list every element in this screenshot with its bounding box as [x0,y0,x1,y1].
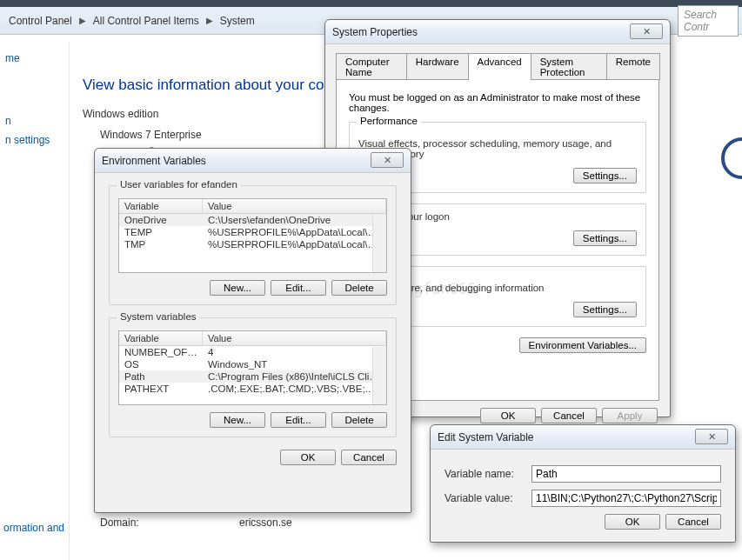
left-nav: me n n settings ormation and [0,42,70,560]
column-variable[interactable]: Variable [119,331,203,345]
variable-name-row: Variable name: [445,465,721,483]
system-variables-list[interactable]: Variable Value NUMBER_OF_P...4OSWindows_… [118,330,387,405]
system-variables-group: System variables Variable Value NUMBER_O… [109,317,397,437]
breadcrumb-item[interactable]: Control Panel [3,13,77,29]
cell-value: Windows_NT [203,359,386,370]
dialog-body: User variables for efanden Variable Valu… [95,173,411,477]
variable-value-input[interactable] [531,490,721,507]
variable-value-label: Variable value: [445,492,531,504]
cell-value: .COM;.EXE;.BAT;.CMD;.VBS;.VBE;.JS;.... [203,383,386,394]
nav-link[interactable]: ormation and [3,522,65,534]
user-edit-button[interactable]: Edit... [271,280,326,296]
ok-button[interactable]: OK [280,450,336,465]
tab-remote[interactable]: Remote [606,53,660,80]
user-variables-group: User variables for efanden Variable Valu… [109,185,397,305]
cancel-button[interactable]: Cancel [341,450,397,465]
column-value[interactable]: Value [203,199,386,213]
tab-computer-name[interactable]: Computer Name [336,53,407,80]
variable-name-input[interactable] [531,465,721,483]
nav-link[interactable]: n settings [3,130,65,150]
window-chrome [0,0,742,7]
tab-bar: Computer Name Hardware Advanced System P… [336,53,659,80]
titlebar[interactable]: Environment Variables ✕ [95,149,411,173]
close-icon[interactable]: ✕ [371,152,404,168]
cell-value: 4 [203,347,386,357]
close-icon[interactable]: ✕ [695,429,728,444]
cell-variable: OneDrive [119,215,203,225]
cell-variable: TMP [119,239,203,250]
chevron-right-icon: ▶ [206,16,213,25]
sys-new-button[interactable]: New... [210,412,265,428]
list-item[interactable]: PATHEXT.COM;.EXE;.BAT;.CMD;.VBS;.VBE;.JS… [119,383,386,395]
tab-advanced[interactable]: Advanced [468,53,531,80]
dialog-title: Edit System Variable [438,431,534,443]
search-input[interactable]: Search Contr [678,5,739,37]
titlebar[interactable]: System Properties ✕ [325,20,670,44]
close-icon[interactable]: ✕ [630,23,663,39]
environment-variables-dialog: Environment Variables ✕ User variables f… [94,148,411,513]
admin-note: You must be logged on as an Administrato… [349,92,646,113]
cell-value: C:\Users\efanden\OneDrive [203,215,386,225]
group-legend: Performance [357,116,421,126]
dialog-body: Variable name: Variable value: OK Cancel [431,450,735,538]
column-variable[interactable]: Variable [119,199,203,213]
list-item[interactable]: TEMP%USERPROFILE%\AppData\Local\Temp [119,226,386,238]
cell-variable: PATHEXT [119,383,203,394]
performance-settings-button[interactable]: Settings... [573,168,637,183]
user-delete-button[interactable]: Delete [331,280,387,296]
titlebar[interactable]: Edit System Variable ✕ [431,425,735,450]
value: ericsson.se [239,517,292,529]
breadcrumb-item[interactable]: All Control Panel Items [88,13,204,29]
tab-system-protection[interactable]: System Protection [531,53,607,80]
cell-value: %USERPROFILE%\AppData\Local\Temp [203,227,386,237]
nav-link[interactable]: n [3,111,65,130]
tab-hardware[interactable]: Hardware [406,53,469,80]
cell-variable: NUMBER_OF_P... [119,347,203,357]
dialog-title: System Properties [332,26,418,38]
cancel-button[interactable]: Cancel [665,514,721,530]
cell-value: %USERPROFILE%\AppData\Local\Temp [203,239,386,250]
ok-button[interactable]: OK [480,408,536,423]
list-item[interactable]: NUMBER_OF_P...4 [119,346,386,358]
list-item[interactable]: TMP%USERPROFILE%\AppData\Local\Temp [119,238,386,250]
breadcrumb-item[interactable]: System [215,13,260,29]
cell-value: C:\Program Files (x86)\Intel\iCLS Client… [203,371,386,382]
startup-recovery-settings-button[interactable]: Settings... [573,302,637,317]
scrollbar[interactable] [372,347,386,404]
label: Domain: [100,517,239,529]
column-value[interactable]: Value [203,331,386,345]
environment-variables-button[interactable]: Environment Variables... [519,337,646,353]
cell-variable: Path [119,371,203,382]
variable-name-label: Variable name: [445,468,531,480]
cell-variable: TEMP [119,227,203,237]
edit-system-variable-dialog: Edit System Variable ✕ Variable name: Va… [430,424,736,543]
scrollbar[interactable] [372,215,386,272]
sys-delete-button[interactable]: Delete [331,412,387,428]
list-item[interactable]: PathC:\Program Files (x86)\Intel\iCLS Cl… [119,370,386,383]
list-item[interactable]: OSWindows_NT [119,358,386,370]
user-new-button[interactable]: New... [210,280,265,296]
group-legend: User variables for efanden [117,179,241,190]
user-variables-list[interactable]: Variable Value OneDriveC:\Users\efanden\… [118,198,387,273]
list-header[interactable]: Variable Value [119,199,386,214]
group-legend: System variables [117,311,200,322]
cancel-button[interactable]: Cancel [541,408,597,423]
ok-button[interactable]: OK [605,514,660,530]
variable-value-row: Variable value: [445,490,721,507]
nav-home[interactable]: me [3,49,65,68]
list-item[interactable]: OneDriveC:\Users\efanden\OneDrive [119,214,386,226]
dialog-title: Environment Variables [102,155,206,167]
cell-variable: OS [119,359,203,370]
sys-edit-button[interactable]: Edit... [271,412,326,428]
chevron-right-icon: ▶ [79,16,86,25]
apply-button[interactable]: Apply [602,408,658,423]
user-profiles-settings-button[interactable]: Settings... [573,230,637,246]
list-header[interactable]: Variable Value [119,331,386,346]
